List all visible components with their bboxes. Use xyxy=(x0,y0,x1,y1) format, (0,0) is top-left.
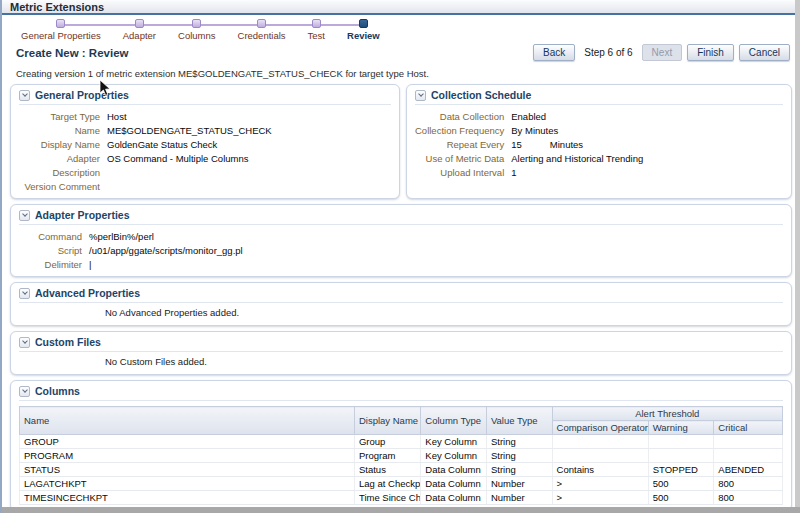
cell: TIMESINCECHKPT xyxy=(20,491,355,505)
column-header-column-type: Column Type xyxy=(421,407,487,435)
wizard-train: General Properties Adapter Columns Crede… xyxy=(2,15,800,41)
cell xyxy=(552,435,648,449)
chevron-down-icon xyxy=(22,289,28,295)
cell: Status xyxy=(354,463,420,477)
section-title: Advanced Properties xyxy=(35,287,140,299)
cell: PROGRAM xyxy=(20,449,355,463)
field-value: 1 xyxy=(511,165,643,179)
adapter-properties-collapse-toggle[interactable] xyxy=(19,210,30,221)
cell: Key Column xyxy=(421,449,487,463)
advanced-properties-collapse-toggle[interactable] xyxy=(19,288,30,299)
cell: String xyxy=(486,463,552,477)
back-button[interactable]: Back xyxy=(533,44,575,61)
cell xyxy=(648,449,714,463)
field-label: Display Name xyxy=(19,137,107,151)
repeat-every-value: 15 xyxy=(511,139,522,150)
train-step-current-marker-icon xyxy=(359,19,368,28)
cancel-button[interactable]: Cancel xyxy=(739,44,790,61)
page-header: Metric Extensions xyxy=(2,0,800,15)
advanced-properties-empty-text: No Advanced Properties added. xyxy=(19,303,783,320)
column-header-alert-threshold: Alert Threshold xyxy=(552,407,782,421)
section-adapter-properties: Adapter Properties Command%perlBin%/perl… xyxy=(10,204,792,277)
field-label: Use of Metric Data xyxy=(415,151,511,165)
table-row: STATUS Status Data Column String Contain… xyxy=(20,463,783,477)
field-value: GoldenGate Status Check xyxy=(107,137,272,151)
field-value: Alerting and Historical Trending xyxy=(511,151,643,165)
table-row: LAGATCHKPT Lag at Checkpoint Data Column… xyxy=(20,477,783,491)
finish-button[interactable]: Finish xyxy=(687,44,734,61)
section-title: Adapter Properties xyxy=(35,209,130,221)
column-header-comparison-operator: Comparison Operator xyxy=(552,421,648,435)
cell xyxy=(714,435,783,449)
cell: Lag at Checkpoint xyxy=(354,477,420,491)
train-step-credentials[interactable]: Credentials xyxy=(227,19,297,41)
field-value: OS Command - Multiple Columns xyxy=(107,151,272,165)
chevron-down-icon xyxy=(22,338,28,344)
field-label: Data Collection xyxy=(415,109,511,123)
section-title: Custom Files xyxy=(35,336,101,348)
section-columns: Columns Name Display Name Column Type Va… xyxy=(10,380,792,511)
column-header-name: Name xyxy=(20,407,355,435)
train-step-marker-icon xyxy=(257,19,266,28)
wizard-buttons: Back Step 6 of 6 Next Finish Cancel xyxy=(533,44,790,61)
train-step-adapter[interactable]: Adapter xyxy=(112,19,167,41)
cell: 800 xyxy=(714,477,783,491)
cell: Data Column xyxy=(421,491,487,505)
section-advanced-properties: Advanced Properties No Advanced Properti… xyxy=(10,282,792,326)
train-step-label: Columns xyxy=(178,30,216,41)
train-step-general-properties[interactable]: General Properties xyxy=(10,19,112,41)
collection-schedule-collapse-toggle[interactable] xyxy=(415,90,426,101)
general-properties-fields: Target TypeHost NameME$GOLDENGATE_STATUS… xyxy=(19,109,272,193)
cell: STOPPED xyxy=(648,463,714,477)
section-custom-files: Custom Files No Custom Files added. xyxy=(10,331,792,375)
table-row: PROGRAM Program Key Column String xyxy=(20,449,783,463)
field-label: Adapter xyxy=(19,151,107,165)
step-indicator: Step 6 of 6 xyxy=(584,47,632,58)
creation-summary-text: Creating version 1 of metric extension M… xyxy=(2,61,800,84)
page-title: Metric Extensions xyxy=(10,1,104,13)
cell: Contains xyxy=(552,463,648,477)
field-value: %perlBin%/perl xyxy=(89,229,243,243)
cell xyxy=(714,449,783,463)
train-step-label: Review xyxy=(347,30,380,41)
cell: > xyxy=(552,491,648,505)
columns-collapse-toggle[interactable] xyxy=(19,386,30,397)
cell: Data Column xyxy=(421,463,487,477)
field-value: By Minutes xyxy=(511,123,643,137)
field-value: Host xyxy=(107,109,272,123)
general-properties-collapse-toggle[interactable] xyxy=(19,90,30,101)
field-label: Script xyxy=(19,243,89,257)
chevron-down-icon xyxy=(22,91,28,97)
field-label: Upload Interval xyxy=(415,165,511,179)
custom-files-collapse-toggle[interactable] xyxy=(19,337,30,348)
train-step-marker-icon xyxy=(192,19,201,28)
train-step-label: Credentials xyxy=(238,30,286,41)
custom-files-empty-text: No Custom Files added. xyxy=(19,352,783,369)
section-title: General Properties xyxy=(35,89,129,101)
field-label: Version Comment xyxy=(19,179,107,193)
cell: Group xyxy=(354,435,420,449)
train-step-test[interactable]: Test xyxy=(297,19,336,41)
train-step-columns[interactable]: Columns xyxy=(167,19,227,41)
chevron-down-icon xyxy=(418,91,424,97)
field-value: 15Minutes xyxy=(511,137,643,151)
cell: 800 xyxy=(714,491,783,505)
next-button[interactable]: Next xyxy=(642,44,683,61)
cell: ABENDED xyxy=(714,463,783,477)
train-step-review[interactable]: Review xyxy=(336,19,391,41)
train-step-label: General Properties xyxy=(21,30,101,41)
field-label: Name xyxy=(19,123,107,137)
wizard-heading: Create New : Review xyxy=(16,47,129,59)
cell xyxy=(552,449,648,463)
cell: Time Since Check... xyxy=(354,491,420,505)
cell: Number xyxy=(486,477,552,491)
train-step-marker-icon xyxy=(312,19,321,28)
train-step-label: Adapter xyxy=(123,30,156,41)
cell: Data Column xyxy=(421,477,487,491)
collection-schedule-fields: Data CollectionEnabled Collection Freque… xyxy=(415,109,643,179)
cell: Key Column xyxy=(421,435,487,449)
cell: String xyxy=(486,449,552,463)
mouse-cursor-icon xyxy=(99,79,111,97)
table-row: TIMESINCECHKPT Time Since Check... Data … xyxy=(20,491,783,505)
column-header-value-type: Value Type xyxy=(486,407,552,435)
